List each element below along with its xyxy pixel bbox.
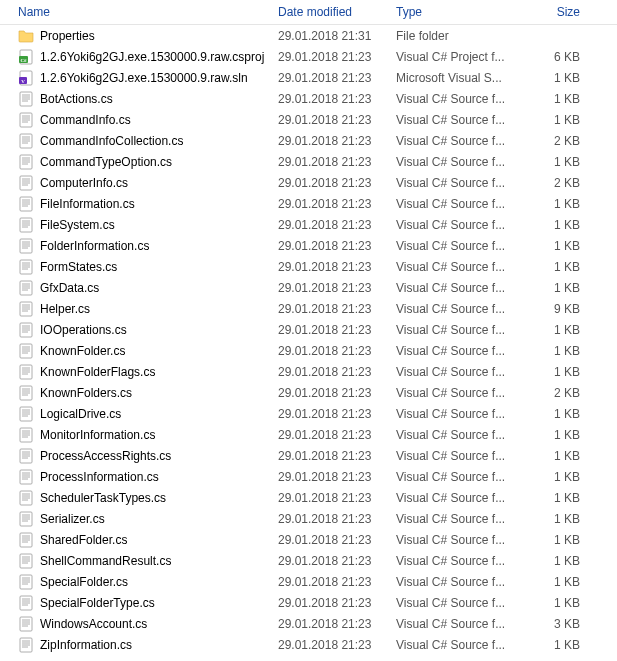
file-name-label: 1.2.6Yoki6g2GJ.exe.1530000.9.raw.csproj (40, 50, 264, 64)
file-name-label: ComputerInfo.cs (40, 176, 128, 190)
file-row[interactable]: FolderInformation.cs29.01.2018 21:23Visu… (0, 235, 617, 256)
file-row[interactable]: KnownFolder.cs29.01.2018 21:23Visual C# … (0, 340, 617, 361)
file-size-cell: 1 KB (520, 575, 590, 589)
file-name-label: Helper.cs (40, 302, 90, 316)
file-name-cell: Helper.cs (0, 301, 278, 317)
file-date-cell: 29.01.2018 21:23 (278, 71, 396, 85)
file-type-cell: File folder (396, 29, 520, 43)
file-name-label: FileInformation.cs (40, 197, 135, 211)
file-type-cell: Visual C# Project f... (396, 50, 520, 64)
file-date-cell: 29.01.2018 21:23 (278, 134, 396, 148)
file-row[interactable]: 1.2.6Yoki6g2GJ.exe.1530000.9.raw.sln29.0… (0, 67, 617, 88)
file-row[interactable]: CommandInfoCollection.cs29.01.2018 21:23… (0, 130, 617, 151)
file-name-label: CommandInfoCollection.cs (40, 134, 183, 148)
file-name-cell: IOOperations.cs (0, 322, 278, 338)
file-size-cell: 1 KB (520, 365, 590, 379)
file-name-label: CommandTypeOption.cs (40, 155, 172, 169)
file-date-cell: 29.01.2018 21:23 (278, 617, 396, 631)
file-date-cell: 29.01.2018 21:23 (278, 596, 396, 610)
column-header-size[interactable]: Size (520, 5, 590, 19)
file-name-label: IOOperations.cs (40, 323, 127, 337)
file-row[interactable]: LogicalDrive.cs29.01.2018 21:23Visual C#… (0, 403, 617, 424)
file-row[interactable]: IOOperations.cs29.01.2018 21:23Visual C#… (0, 319, 617, 340)
file-row[interactable]: KnownFolderFlags.cs29.01.2018 21:23Visua… (0, 361, 617, 382)
file-date-cell: 29.01.2018 21:23 (278, 470, 396, 484)
file-size-cell: 1 KB (520, 491, 590, 505)
file-date-cell: 29.01.2018 21:23 (278, 428, 396, 442)
file-size-cell: 1 KB (520, 344, 590, 358)
file-row[interactable]: ComputerInfo.cs29.01.2018 21:23Visual C#… (0, 172, 617, 193)
file-name-cell: FormStates.cs (0, 259, 278, 275)
cs-file-icon (18, 217, 34, 233)
file-name-label: WindowsAccount.cs (40, 617, 147, 631)
file-name-cell: FileSystem.cs (0, 217, 278, 233)
file-row[interactable]: 1.2.6Yoki6g2GJ.exe.1530000.9.raw.csproj2… (0, 46, 617, 67)
file-row[interactable]: SpecialFolderType.cs29.01.2018 21:23Visu… (0, 592, 617, 613)
column-header-name[interactable]: Name (0, 5, 278, 19)
file-name-label: FolderInformation.cs (40, 239, 149, 253)
file-size-cell: 1 KB (520, 218, 590, 232)
file-type-cell: Visual C# Source f... (396, 428, 520, 442)
file-row[interactable]: CommandTypeOption.cs29.01.2018 21:23Visu… (0, 151, 617, 172)
file-type-cell: Visual C# Source f... (396, 239, 520, 253)
file-name-label: FormStates.cs (40, 260, 117, 274)
file-name-cell: FolderInformation.cs (0, 238, 278, 254)
file-name-label: GfxData.cs (40, 281, 99, 295)
file-type-cell: Visual C# Source f... (396, 617, 520, 631)
cs-file-icon (18, 154, 34, 170)
file-type-cell: Visual C# Source f... (396, 638, 520, 652)
file-size-cell: 1 KB (520, 113, 590, 127)
file-date-cell: 29.01.2018 21:23 (278, 50, 396, 64)
file-row[interactable]: Helper.cs29.01.2018 21:23Visual C# Sourc… (0, 298, 617, 319)
file-row[interactable]: ProcessInformation.cs29.01.2018 21:23Vis… (0, 466, 617, 487)
file-name-cell: Serializer.cs (0, 511, 278, 527)
file-row[interactable]: ZipInformation.cs29.01.2018 21:23Visual … (0, 634, 617, 655)
file-type-cell: Visual C# Source f... (396, 554, 520, 568)
file-row[interactable]: FileInformation.cs29.01.2018 21:23Visual… (0, 193, 617, 214)
file-name-label: Serializer.cs (40, 512, 105, 526)
file-row[interactable]: SpecialFolder.cs29.01.2018 21:23Visual C… (0, 571, 617, 592)
file-size-cell: 1 KB (520, 428, 590, 442)
file-size-cell: 1 KB (520, 554, 590, 568)
file-row[interactable]: MonitorInformation.cs29.01.2018 21:23Vis… (0, 424, 617, 445)
file-row[interactable]: Serializer.cs29.01.2018 21:23Visual C# S… (0, 508, 617, 529)
file-type-cell: Visual C# Source f... (396, 386, 520, 400)
file-row[interactable]: Properties29.01.2018 21:31File folder (0, 25, 617, 46)
file-size-cell: 1 KB (520, 323, 590, 337)
file-size-cell: 1 KB (520, 512, 590, 526)
file-row[interactable]: FormStates.cs29.01.2018 21:23Visual C# S… (0, 256, 617, 277)
file-size-cell: 1 KB (520, 260, 590, 274)
file-row[interactable]: SharedFolder.cs29.01.2018 21:23Visual C#… (0, 529, 617, 550)
file-name-cell: ComputerInfo.cs (0, 175, 278, 191)
file-date-cell: 29.01.2018 21:23 (278, 638, 396, 652)
file-row[interactable]: CommandInfo.cs29.01.2018 21:23Visual C# … (0, 109, 617, 130)
cs-file-icon (18, 133, 34, 149)
file-row[interactable]: GfxData.cs29.01.2018 21:23Visual C# Sour… (0, 277, 617, 298)
cs-file-icon (18, 574, 34, 590)
file-size-cell: 2 KB (520, 134, 590, 148)
file-row[interactable]: KnownFolders.cs29.01.2018 21:23Visual C#… (0, 382, 617, 403)
cs-file-icon (18, 91, 34, 107)
file-type-cell: Visual C# Source f... (396, 218, 520, 232)
file-row[interactable]: ShellCommandResult.cs29.01.2018 21:23Vis… (0, 550, 617, 571)
file-row[interactable]: SchedulerTaskTypes.cs29.01.2018 21:23Vis… (0, 487, 617, 508)
cs-file-icon (18, 511, 34, 527)
file-name-label: KnownFolderFlags.cs (40, 365, 155, 379)
column-header-date[interactable]: Date modified (278, 5, 396, 19)
file-size-cell: 1 KB (520, 71, 590, 85)
file-name-label: SharedFolder.cs (40, 533, 127, 547)
cs-file-icon (18, 259, 34, 275)
file-row[interactable]: WindowsAccount.cs29.01.2018 21:23Visual … (0, 613, 617, 634)
column-header-type[interactable]: Type (396, 5, 520, 19)
file-type-cell: Visual C# Source f... (396, 113, 520, 127)
file-type-cell: Visual C# Source f... (396, 575, 520, 589)
file-date-cell: 29.01.2018 21:23 (278, 533, 396, 547)
file-row[interactable]: BotActions.cs29.01.2018 21:23Visual C# S… (0, 88, 617, 109)
file-size-cell: 1 KB (520, 596, 590, 610)
cs-file-icon (18, 490, 34, 506)
file-type-cell: Visual C# Source f... (396, 260, 520, 274)
file-row[interactable]: ProcessAccessRights.cs29.01.2018 21:23Vi… (0, 445, 617, 466)
cs-file-icon (18, 238, 34, 254)
file-row[interactable]: FileSystem.cs29.01.2018 21:23Visual C# S… (0, 214, 617, 235)
file-type-cell: Visual C# Source f... (396, 302, 520, 316)
